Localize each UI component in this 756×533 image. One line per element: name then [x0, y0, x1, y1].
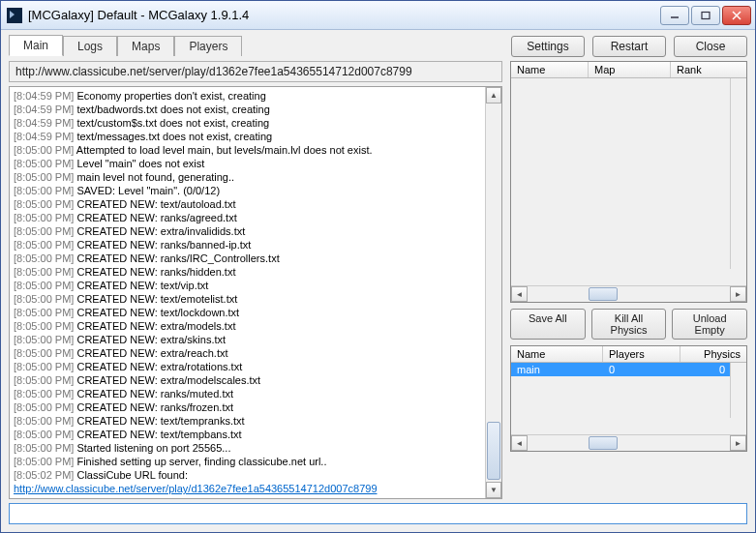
titlebar[interactable]: [MCGalaxy] Default - MCGalaxy 1.9.1.4: [1, 1, 755, 30]
hscroll-right-icon[interactable]: ►: [730, 286, 746, 302]
restart-button[interactable]: Restart: [592, 36, 666, 57]
log-message: Started listening on port 25565...: [76, 442, 230, 454]
levels-vscroll[interactable]: [730, 363, 746, 418]
minimize-button[interactable]: [660, 6, 689, 25]
log-timestamp: [8:05:00 PM]: [14, 320, 76, 332]
log-timestamp: [8:05:00 PM]: [14, 415, 76, 427]
svg-rect-1: [702, 12, 710, 18]
levels-grid-header: Name Players Physics: [511, 346, 746, 363]
hscroll-left-icon[interactable]: ◄: [511, 435, 528, 451]
hscroll-track[interactable]: [528, 286, 730, 302]
log-timestamp: [8:05:00 PM]: [14, 374, 76, 386]
scroll-up-icon[interactable]: ▲: [486, 87, 501, 104]
log-message: text/custom$s.txt does not exist, creati…: [76, 117, 269, 129]
server-url[interactable]: http://www.classicube.net/server/play/d1…: [9, 61, 502, 82]
log-message: Attempted to load level main, but levels…: [76, 144, 373, 156]
unload-empty-button[interactable]: Unload Empty: [672, 309, 747, 340]
log-timestamp: [8:05:00 PM]: [14, 280, 76, 291]
log-timestamp: [8:05:00 PM]: [14, 307, 76, 318]
col-name[interactable]: Name: [511, 62, 589, 77]
tab-players[interactable]: Players: [174, 36, 242, 56]
hscroll-track[interactable]: [528, 435, 730, 451]
log-output[interactable]: [8:04:59 PM] Economy properties don't ex…: [10, 87, 485, 498]
log-message: CREATED NEW: ranks/banned-ip.txt: [76, 239, 251, 251]
players-hscroll[interactable]: ◄ ►: [511, 285, 746, 302]
top-row: Main Logs Maps Players Settings Restart …: [9, 34, 747, 57]
players-grid-body[interactable]: [511, 78, 746, 285]
window-title: [MCGalaxy] Default - MCGalaxy 1.9.1.4: [28, 8, 660, 22]
levels-grid[interactable]: Name Players Physics main 0 0 ◄: [510, 345, 747, 452]
command-input[interactable]: [9, 503, 747, 524]
window-controls: [660, 6, 751, 25]
scroll-thumb[interactable]: [487, 422, 500, 480]
hscroll-right-icon[interactable]: ►: [730, 435, 746, 451]
app-window: [MCGalaxy] Default - MCGalaxy 1.9.1.4 Ma…: [0, 0, 756, 533]
log-message: CREATED NEW: text/autoload.txt: [76, 198, 235, 210]
col-level-physics[interactable]: Physics: [680, 346, 746, 362]
log-timestamp: [8:05:00 PM]: [14, 334, 76, 345]
log-message: CREATED NEW: ranks/agreed.txt: [76, 212, 236, 223]
log-timestamp: [8:04:59 PM]: [14, 90, 76, 102]
log-message: CREATED NEW: text/tempbans.txt: [76, 429, 241, 440]
players-vscroll[interactable]: [730, 78, 746, 269]
log-message: CREATED NEW: extra/modelscales.txt: [76, 374, 260, 386]
log-timestamp: [8:05:00 PM]: [14, 347, 76, 359]
save-all-button[interactable]: Save All: [510, 309, 586, 340]
hscroll-thumb[interactable]: [589, 436, 618, 450]
level-row[interactable]: main 0 0: [511, 363, 746, 376]
log-message: CREATED NEW: text/vip.txt: [76, 280, 208, 291]
log-scrollbar[interactable]: ▲ ▼: [485, 87, 501, 498]
log-timestamp: [8:05:00 PM]: [14, 361, 76, 372]
levels-hscroll[interactable]: ◄ ►: [511, 434, 746, 451]
log-timestamp: [8:05:00 PM]: [14, 239, 76, 251]
col-rank[interactable]: Rank: [671, 62, 746, 77]
log-url-link[interactable]: http://www.classicube.net/server/play/d1…: [14, 483, 378, 494]
log-message: SAVED: Level "main". (0/0/12): [76, 185, 220, 196]
maximize-button[interactable]: [691, 6, 720, 25]
level-buttons: Save All Kill All Physics Unload Empty: [510, 309, 747, 340]
scroll-down-icon[interactable]: ▼: [486, 482, 501, 498]
log-timestamp: [8:05:00 PM]: [14, 442, 76, 454]
hscroll-left-icon[interactable]: ◄: [511, 286, 528, 302]
log-message: CREATED NEW: extra/skins.txt: [76, 334, 226, 345]
tab-main[interactable]: Main: [9, 35, 63, 56]
log-message: CREATED NEW: text/lockdown.txt: [76, 307, 239, 318]
log-timestamp: [8:05:02 PM]: [14, 469, 76, 481]
levels-grid-body[interactable]: main 0 0: [511, 363, 746, 434]
log-timestamp: [8:05:00 PM]: [14, 185, 76, 196]
scroll-track[interactable]: [486, 104, 501, 482]
app-icon: [7, 8, 22, 23]
level-cell-name: main: [511, 363, 603, 376]
log-timestamp: [8:05:00 PM]: [14, 225, 76, 237]
tab-logs[interactable]: Logs: [63, 36, 117, 56]
log-timestamp: [8:05:00 PM]: [14, 266, 76, 278]
level-cell-players: 0: [603, 363, 680, 376]
col-map[interactable]: Map: [589, 62, 671, 77]
players-grid[interactable]: Name Map Rank ◄ ►: [510, 61, 747, 303]
log-timestamp: [8:05:00 PM]: [14, 171, 76, 183]
hscroll-thumb[interactable]: [589, 287, 618, 301]
log-message: Finished setting up server, finding clas…: [76, 456, 326, 467]
log-message: Economy properties don't exist, creating: [76, 90, 265, 102]
players-grid-header: Name Map Rank: [511, 62, 746, 78]
log-message: CREATED NEW: ranks/muted.txt: [76, 388, 233, 400]
log-timestamp: [8:05:00 PM]: [14, 252, 76, 264]
col-level-players[interactable]: Players: [603, 346, 680, 362]
left-column: http://www.classicube.net/server/play/d1…: [9, 61, 502, 499]
log-message: ClassiCube URL found:: [76, 469, 188, 481]
kill-physics-button[interactable]: Kill All Physics: [591, 309, 667, 340]
log-message: CREATED NEW: ranks/IRC_Controllers.txt: [76, 252, 279, 264]
log-timestamp: [8:05:00 PM]: [14, 158, 76, 169]
tab-maps[interactable]: Maps: [117, 36, 174, 56]
close-button[interactable]: Close: [674, 36, 747, 57]
close-window-button[interactable]: [722, 6, 751, 25]
settings-button[interactable]: Settings: [511, 36, 585, 57]
tab-bar: Main Logs Maps Players: [9, 34, 503, 55]
col-level-name[interactable]: Name: [511, 346, 603, 362]
log-timestamp: [8:05:00 PM]: [14, 198, 76, 210]
log-message: text/messages.txt does not exist, creati…: [76, 131, 272, 142]
main-row: http://www.classicube.net/server/play/d1…: [9, 61, 747, 499]
log-message: CREATED NEW: text/emotelist.txt: [76, 293, 237, 305]
log-message: main level not found, generating..: [76, 171, 234, 183]
right-column: Name Map Rank ◄ ► Save All Kill: [510, 61, 747, 499]
